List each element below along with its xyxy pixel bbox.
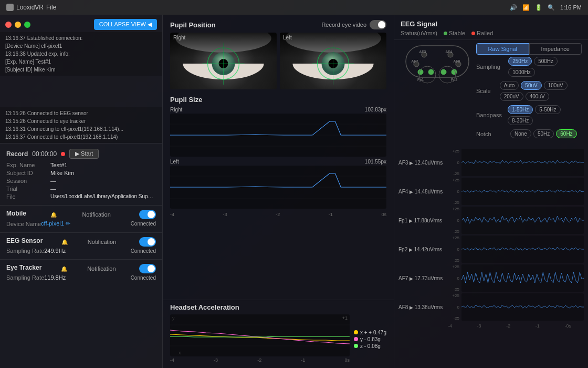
sampling-control: Sampling 250Hz 500Hz 1000Hz bbox=[476, 57, 582, 77]
fullscreen-dot[interactable] bbox=[24, 22, 30, 28]
start-record-button[interactable]: ▶ Start bbox=[69, 149, 99, 159]
log-line: 13:16:31 Connecting to cff-pixel1(192.16… bbox=[5, 125, 157, 133]
time-display: 1:16 PM bbox=[560, 4, 582, 11]
mobile-section: Mobile 🔔 Notification Device Name cff-pi… bbox=[0, 205, 162, 232]
right-pupil-chart bbox=[170, 114, 386, 157]
left-panel: COLLAPSE VIEW ◀ 13:16:37 Established con… bbox=[0, 15, 163, 368]
notch-60hz[interactable]: 60Hz bbox=[556, 129, 576, 138]
minimize-dot[interactable] bbox=[15, 22, 21, 28]
main-layout: COLLAPSE VIEW ◀ 13:16:37 Established con… bbox=[0, 15, 588, 368]
fp2-chart bbox=[461, 236, 584, 263]
bandpass-5-50hz[interactable]: 5-50Hz bbox=[535, 105, 560, 114]
eye-notification-toggle[interactable] bbox=[139, 264, 156, 273]
pupil-size-section: Pupil Size Right 103.83px bbox=[163, 93, 394, 300]
af7-scale: +25 0 -25 bbox=[448, 264, 459, 292]
system-tray: 🔊 📶 🔋 🔍 1:16 PM bbox=[510, 4, 582, 11]
record-indicator bbox=[61, 152, 65, 156]
svg-text:AF3: AF3 bbox=[419, 50, 426, 54]
svg-text:AF7: AF7 bbox=[412, 59, 418, 63]
fp1-chart bbox=[461, 207, 584, 234]
channel-fp2-row: Fp2 ▶ 14.42uVrms +25 0 -25 bbox=[398, 236, 584, 263]
channel-af8-row: AF8 ▶ 13.38uVrms +25 0 -25 bbox=[398, 293, 584, 321]
impedance-tab[interactable]: Impedance bbox=[529, 43, 582, 55]
notification-icon: 🔔 bbox=[50, 212, 57, 218]
scale-auto[interactable]: Auto bbox=[500, 81, 519, 90]
legend-x: x + + 0.47g bbox=[354, 330, 386, 335]
af4-scale: +25 0 -25 bbox=[448, 178, 459, 205]
log-line: [Subject ID] Mike Kim bbox=[5, 66, 157, 74]
af4-chart bbox=[461, 178, 584, 205]
legend-z: z - 0.08g bbox=[354, 343, 386, 349]
app-icon bbox=[6, 4, 14, 11]
sampling-1000hz[interactable]: 1000Hz bbox=[508, 68, 534, 77]
notch-50hz[interactable]: 50Hz bbox=[533, 129, 554, 138]
channel-af4-row: AF4 ▶ 14.48uVrms +25 0 -25 bbox=[398, 178, 584, 205]
scale-control: Scale Auto 50uV 100uV 200uV 400uV bbox=[476, 81, 582, 101]
af3-chart bbox=[461, 149, 584, 176]
mobile-notification-toggle[interactable] bbox=[139, 210, 156, 219]
app-name: LooxidVR File bbox=[6, 4, 56, 11]
svg-text:AF4: AF4 bbox=[446, 50, 453, 54]
notch-none[interactable]: None bbox=[510, 129, 531, 138]
eeg-controls: AF3 AF4 AF7 AF8 Fp1 Fp2 Raw Signal Im bbox=[394, 39, 588, 147]
svg-text:AF8: AF8 bbox=[454, 59, 460, 63]
af7-chart bbox=[461, 264, 584, 292]
bandpass-8-30hz[interactable]: 8-30Hz bbox=[508, 116, 533, 125]
accel-x-axis: -4 -3 -2 -1 0s bbox=[170, 356, 350, 364]
eye-notification-icon: 🔔 bbox=[61, 266, 67, 272]
log-line: [Exp. Name] Test#1 bbox=[5, 58, 157, 66]
right-eye-container: Right bbox=[170, 33, 277, 89]
eeg-signal-list: AF3 ▶ 12.40uVrms +25 0 -25 bbox=[394, 147, 588, 368]
channel-fp1-row: Fp1 ▶ 17.88uVrms +25 0 -25 bbox=[398, 207, 584, 234]
left-eye-canvas bbox=[280, 33, 386, 89]
raw-signal-tab[interactable]: Raw Signal bbox=[476, 43, 529, 55]
log-line: [Device Name] cff-pixel1 bbox=[5, 42, 157, 50]
sampling-250hz[interactable]: 250Hz bbox=[508, 57, 532, 66]
left-pupil-chart-row: Left 101.55px bbox=[170, 159, 386, 209]
scale-200uv[interactable]: 200uV bbox=[500, 92, 523, 101]
notch-control: Notch None 50Hz 60Hz bbox=[476, 129, 582, 138]
eeg-notification-toggle[interactable] bbox=[139, 237, 156, 247]
eye-images: Right Left bbox=[170, 33, 386, 89]
bandpass-1-50hz[interactable]: 1-50Hz bbox=[508, 105, 533, 114]
log-line: 13:16:37 Connected to cff-pixel1(192.168… bbox=[5, 133, 157, 141]
eeg-signal-header: EEG Signal Status(uVrms) Stable Railed bbox=[394, 15, 588, 39]
legend-y: y - 0.83g bbox=[354, 336, 386, 342]
battery-icon: 🔋 bbox=[535, 4, 542, 11]
record-eye-video-toggle[interactable] bbox=[370, 20, 386, 29]
accel-chart-container: y x bbox=[170, 314, 386, 364]
search-icon[interactable]: 🔍 bbox=[548, 4, 555, 11]
af8-chart bbox=[461, 293, 584, 321]
eeg-status-row: Status(uVrms) Stable Railed bbox=[401, 30, 582, 36]
af8-scale: +25 0 -25 bbox=[448, 293, 459, 321]
collapse-view-button[interactable]: COLLAPSE VIEW ◀ bbox=[94, 19, 157, 30]
eeg-sensor-section: EEG Sensor 🔔 Notification Sampling Rate … bbox=[0, 232, 162, 259]
pupil-x-axis: -4 -3 -2 -1 0s bbox=[170, 211, 386, 218]
af7-svg bbox=[461, 264, 584, 292]
stable-dot bbox=[444, 32, 447, 35]
left-eye-container: Left bbox=[280, 33, 386, 89]
scale-400uv[interactable]: 400uV bbox=[526, 92, 549, 101]
scale-100uv[interactable]: 100uV bbox=[544, 81, 568, 90]
accel-svg bbox=[170, 314, 350, 356]
log-line: 13:15:26 Connected to EEG sensor bbox=[5, 109, 157, 117]
titlebar: LooxidVR File 🔊 📶 🔋 🔍 1:16 PM bbox=[0, 0, 588, 15]
eeg-x-axis: -4 -3 -2 -1 -0s bbox=[398, 322, 584, 330]
sampling-500hz[interactable]: 500Hz bbox=[534, 57, 558, 66]
headset-diagram: AF3 AF4 AF7 AF8 Fp1 Fp2 bbox=[401, 43, 474, 90]
right-pupil-chart-row: Right 103.83px bbox=[170, 107, 386, 157]
pupil-position-section: Pupil Position Record eye video Right Le… bbox=[163, 15, 394, 93]
log-line: 13:15:26 Connected to eye tracker bbox=[5, 117, 157, 125]
log-section-2: 13:15:26 Connected to EEG sensor 13:15:2… bbox=[0, 107, 162, 143]
railed-indicator: Railed bbox=[471, 30, 493, 36]
eye-tracker-section: Eye Tracker 🔔 Notification Sampling Rate… bbox=[0, 259, 162, 286]
af4-svg bbox=[461, 178, 584, 205]
af3-scale: +25 0 -25 bbox=[448, 149, 459, 176]
wifi-icon: 📶 bbox=[522, 4, 530, 11]
right-pupil-svg bbox=[170, 114, 386, 157]
fp2-svg bbox=[461, 236, 584, 263]
channel-af3-row: AF3 ▶ 12.40uVrms +25 0 -25 bbox=[398, 149, 584, 176]
scale-50uv[interactable]: 50uV bbox=[521, 81, 541, 90]
fp2-scale: +25 0 -25 bbox=[448, 236, 459, 263]
close-dot[interactable] bbox=[5, 22, 12, 28]
